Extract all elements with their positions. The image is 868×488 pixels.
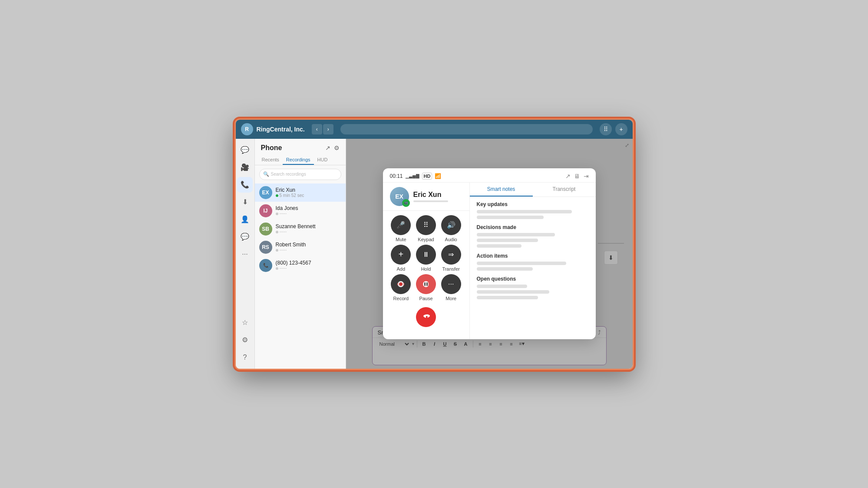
hold-label: Hold	[421, 266, 431, 272]
call-right-panel: Smart notes Transcript Key updates	[470, 183, 596, 339]
mute-button-item[interactable]: 🎤 Mute	[390, 215, 413, 242]
contact-info: Ida Jones ······	[276, 205, 341, 216]
transfer-button-item[interactable]: ⇒ Transfer	[440, 245, 462, 272]
forward-icon[interactable]: ⇥	[584, 173, 589, 180]
call-header: 00:11 ▁▃▅▇ HD 📶 ↗ 🖥 ⇥	[383, 168, 596, 183]
skeleton-line	[477, 244, 521, 248]
contact-avatar: RS	[259, 241, 272, 254]
contact-info: (800) 123-4567 ······	[276, 260, 341, 271]
record-label: Record	[393, 296, 409, 301]
contact-status: ······	[276, 211, 341, 216]
contact-info: Robert Smith ······	[276, 242, 341, 252]
contact-avatar: EX	[259, 186, 272, 199]
grid-button[interactable]: ⠿	[600, 123, 612, 135]
avatar: R	[241, 123, 253, 135]
contact-info: Eric Xun 5 min 52 sec	[276, 187, 341, 198]
phone-settings-icon[interactable]: ⚙	[334, 144, 340, 151]
contact-info: Suzanne Bennett ······	[276, 223, 341, 234]
call-left-panel: EX 📹 Eric Xun	[383, 183, 470, 339]
skeleton-line	[477, 233, 555, 236]
contact-name: Suzanne Bennett	[276, 223, 341, 229]
tab-recordings[interactable]: Recordings	[283, 155, 314, 165]
tab-transcript[interactable]: Transcript	[533, 183, 596, 197]
sidebar-icon-settings[interactable]: ⚙	[237, 332, 253, 348]
signal-bars: ▁▃▅▇	[406, 174, 419, 178]
sidebar-icon-star[interactable]: ☆	[237, 315, 253, 331]
phone-panel: Phone ↗ ⚙ Recents Recordings HUD 🔍 Searc…	[255, 139, 346, 369]
call-timer: 00:11	[390, 173, 403, 179]
call-dialog-inner: EX 📹 Eric Xun	[383, 183, 596, 339]
tab-hud[interactable]: HUD	[314, 155, 331, 165]
status-dot	[276, 194, 278, 197]
back-button[interactable]: ‹	[312, 124, 322, 134]
sidebar-icon-contacts[interactable]: 👤	[237, 212, 253, 227]
hold-button-item[interactable]: ⏸ Hold	[415, 245, 437, 272]
forward-button[interactable]: ›	[323, 124, 333, 134]
pause-button-item[interactable]: Pause	[415, 274, 437, 301]
add-button[interactable]: +	[615, 123, 627, 135]
phone-header: Phone ↗ ⚙	[255, 139, 346, 155]
mute-btn-circle: 🎤	[391, 215, 411, 235]
search-recordings[interactable]: 🔍 Search recordings	[259, 169, 341, 180]
record-button-item[interactable]: Record	[390, 274, 413, 301]
section-open-questions: Open questions	[477, 276, 589, 299]
status-dot	[276, 249, 278, 252]
section-title: Decisions made	[477, 224, 589, 230]
call-tabs: Smart notes Transcript	[470, 183, 596, 197]
contact-item-ida-jones[interactable]: IJ Ida Jones ······	[255, 202, 346, 220]
caller-section: EX 📹 Eric Xun	[383, 183, 469, 211]
svg-point-1	[399, 282, 403, 286]
section-action-items: Action items	[477, 253, 589, 271]
pause-label: Pause	[419, 296, 432, 301]
call-header-icons: ↗ 🖥 ⇥	[565, 173, 589, 180]
keypad-button-item[interactable]: ⠿ Keypad	[415, 215, 437, 242]
contact-name: (800) 123-4567	[276, 260, 341, 266]
more-button-item[interactable]: ··· More	[440, 274, 462, 301]
sidebar-icon-help[interactable]: ?	[237, 350, 253, 365]
sidebar-icon-chat[interactable]: 💬	[237, 229, 253, 245]
end-call-button[interactable]	[416, 307, 436, 327]
section-decisions: Decisions made	[477, 224, 589, 248]
status-dot	[276, 231, 278, 233]
title-bar: R RingCentral, Inc. ‹ › ⠿ +	[236, 120, 633, 139]
contact-item-robert[interactable]: RS Robert Smith ······	[255, 238, 346, 256]
contact-item-suzanne[interactable]: SB Suzanne Bennett ······	[255, 220, 346, 238]
app-title: RingCentral, Inc.	[257, 126, 305, 133]
contact-status: ······	[276, 266, 341, 271]
sidebar-bottom: ☆ ⚙ ?	[237, 315, 253, 365]
skeleton-line	[477, 296, 538, 299]
main-area: ⬇ ⤢ Smart notes 💬 💾 🗑 ⤴ Normal	[346, 139, 633, 369]
sidebar-icon-download[interactable]: ⬇	[237, 194, 253, 210]
caller-info: Eric Xun	[413, 191, 448, 202]
sidebar-icon-message[interactable]: 💬	[237, 142, 253, 158]
main-content: 💬 🎥 📞 ⬇ 👤 💬 ··· ☆ ⚙ ? Phone ↗ ⚙	[236, 139, 633, 369]
status-dot	[276, 213, 278, 215]
tab-recents[interactable]: Recents	[258, 155, 283, 165]
sidebar-icon-phone[interactable]: 📞	[237, 177, 253, 193]
contact-item-800[interactable]: 📞 (800) 123-4567 ······	[255, 256, 346, 275]
skeleton-line	[477, 216, 544, 219]
popup-icon[interactable]: ↗	[565, 173, 571, 180]
hold-btn-circle: ⏸	[416, 245, 436, 265]
tab-smart-notes[interactable]: Smart notes	[470, 183, 533, 197]
audio-btn-circle: 🔊	[441, 215, 461, 235]
contact-name: Robert Smith	[276, 242, 341, 248]
contact-status: 5 min 52 sec	[276, 193, 341, 198]
sidebar-icon-more[interactable]: ···	[237, 246, 253, 262]
call-dialog-overlay: 00:11 ▁▃▅▇ HD 📶 ↗ 🖥 ⇥	[346, 139, 633, 369]
smart-notes-content: Key updates Decisions made	[470, 197, 596, 309]
add-button-item[interactable]: + Add	[390, 245, 413, 272]
contact-item-eric-xun[interactable]: EX Eric Xun 5 min 52 sec	[255, 183, 346, 202]
phone-tabs: Recents Recordings HUD	[255, 155, 346, 165]
section-title: Open questions	[477, 276, 589, 282]
contact-avatar: 📞	[259, 259, 272, 272]
keypad-label: Keypad	[418, 237, 434, 242]
search-bar[interactable]	[340, 124, 593, 134]
monitor-icon[interactable]: 🖥	[574, 173, 580, 180]
external-link-icon[interactable]: ↗	[325, 144, 330, 151]
call-time-info: 00:11 ▁▃▅▇ HD 📶	[390, 173, 442, 180]
contact-avatar: SB	[259, 223, 272, 236]
audio-button-item[interactable]: 🔊 Audio	[440, 215, 462, 242]
sidebar-icon-video[interactable]: 🎥	[237, 160, 253, 175]
contact-status: ······	[276, 229, 341, 234]
